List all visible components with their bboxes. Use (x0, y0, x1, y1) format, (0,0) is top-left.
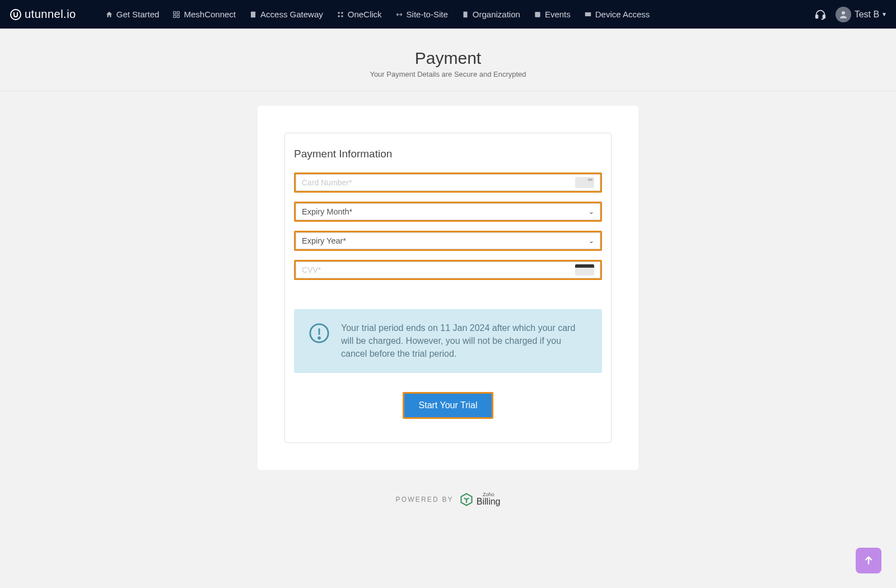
expiry-year-select[interactable]: Expiry Year* ⌄ (296, 232, 600, 249)
svg-point-18 (319, 337, 320, 339)
headset-icon[interactable] (814, 8, 827, 21)
svg-point-6 (338, 12, 340, 14)
nav-meshconnect[interactable]: MeshConnect (166, 0, 242, 29)
expiry-month-wrap: Expiry Month* ⌄ (294, 202, 602, 222)
card-number-wrap (294, 172, 602, 193)
cta-wrap: Start Your Trial (294, 392, 602, 419)
payment-card: Payment Information Expiry Month* ⌄ Expi… (258, 106, 638, 470)
trial-info-text: Your trial period ends on 11 Jan 2024 af… (341, 321, 587, 361)
svg-point-8 (338, 15, 340, 17)
avatar (836, 7, 851, 22)
svg-rect-10 (463, 11, 467, 17)
arrow-up-icon (862, 554, 875, 567)
svg-rect-2 (178, 11, 180, 13)
svg-point-9 (341, 15, 343, 17)
expiry-month-select[interactable]: Expiry Month* ⌄ (296, 203, 600, 220)
site-icon (395, 11, 403, 18)
svg-rect-3 (174, 15, 176, 17)
nav-label: Device Access (595, 10, 650, 19)
trial-info-banner: Your trial period ends on 11 Jan 2024 af… (294, 309, 602, 373)
card-number-input[interactable] (302, 178, 575, 187)
start-trial-button[interactable]: Start Your Trial (404, 394, 492, 417)
zoho-label-big: Billing (477, 497, 501, 506)
org-icon (461, 11, 469, 18)
nav-events[interactable]: Events (527, 0, 577, 29)
nav-label: Get Started (116, 10, 160, 19)
home-icon (105, 11, 113, 18)
card-cvv-icon (575, 264, 594, 276)
nav-label: Organization (473, 10, 520, 19)
cvv-input[interactable] (302, 265, 575, 274)
powered-by-footer: POWERED BY Zoho Billing (0, 492, 896, 507)
card-brand-icon (575, 177, 594, 188)
nav-label: MeshConnect (184, 10, 236, 19)
nav-device-access[interactable]: Device Access (577, 0, 657, 29)
page-header: Payment Your Payment Details are Secure … (0, 29, 896, 91)
user-name: Test B (855, 10, 879, 20)
nav-label: Events (545, 10, 571, 19)
page-title: Payment (0, 49, 896, 68)
server-icon (249, 11, 257, 18)
svg-point-7 (341, 12, 343, 14)
cta-highlight-border: Start Your Trial (403, 392, 494, 419)
cvv-wrap (294, 260, 602, 280)
svg-rect-14 (823, 15, 825, 17)
nav-right: Test B ▼ (814, 7, 887, 22)
utunnel-logo-icon (9, 8, 22, 21)
caret-down-icon: ▼ (881, 11, 887, 17)
nav-oneclick[interactable]: OneClick (330, 0, 389, 29)
brand-logo[interactable]: utunnel.io (9, 8, 76, 21)
svg-rect-4 (178, 15, 180, 17)
nav-organization[interactable]: Organization (455, 0, 527, 29)
scroll-to-top-button[interactable] (856, 548, 881, 573)
nav-access-gateway[interactable]: Access Gateway (242, 0, 330, 29)
svg-rect-12 (585, 12, 591, 16)
nav-items: Get Started MeshConnect Access Gateway O… (99, 0, 814, 29)
page-subtitle: Your Payment Details are Secure and Encr… (0, 70, 896, 78)
svg-rect-11 (535, 12, 540, 17)
oneclick-icon (337, 11, 344, 18)
powered-by-label: POWERED BY (395, 496, 453, 503)
nav-site-to-site[interactable]: Site-to-Site (389, 0, 455, 29)
svg-point-15 (842, 11, 845, 15)
device-icon (584, 11, 592, 18)
payment-heading: Payment Information (294, 148, 602, 160)
nav-label: Site-to-Site (407, 10, 448, 19)
brand-text: utunnel.io (25, 8, 76, 21)
svg-point-0 (11, 10, 21, 20)
top-navbar: utunnel.io Get Started MeshConnect Acces… (0, 0, 896, 29)
person-icon (838, 10, 848, 20)
nav-label: OneClick (348, 10, 382, 19)
nav-get-started[interactable]: Get Started (99, 0, 166, 29)
svg-rect-5 (251, 11, 255, 17)
expiry-month-label: Expiry Month* (302, 207, 589, 216)
svg-rect-1 (174, 11, 176, 13)
payment-info-box: Payment Information Expiry Month* ⌄ Expi… (284, 133, 612, 443)
mesh-icon (172, 11, 180, 18)
events-icon (534, 11, 542, 18)
svg-rect-13 (815, 15, 818, 17)
chevron-down-icon: ⌄ (589, 208, 594, 216)
nav-label: Access Gateway (260, 10, 323, 19)
zoho-billing-logo[interactable]: Zoho Billing (459, 492, 501, 507)
info-circle-icon (309, 323, 330, 344)
chevron-down-icon: ⌄ (589, 237, 594, 245)
zoho-mark-icon (459, 492, 474, 507)
user-menu[interactable]: Test B ▼ (836, 7, 887, 22)
expiry-year-wrap: Expiry Year* ⌄ (294, 231, 602, 251)
expiry-year-label: Expiry Year* (302, 236, 589, 245)
